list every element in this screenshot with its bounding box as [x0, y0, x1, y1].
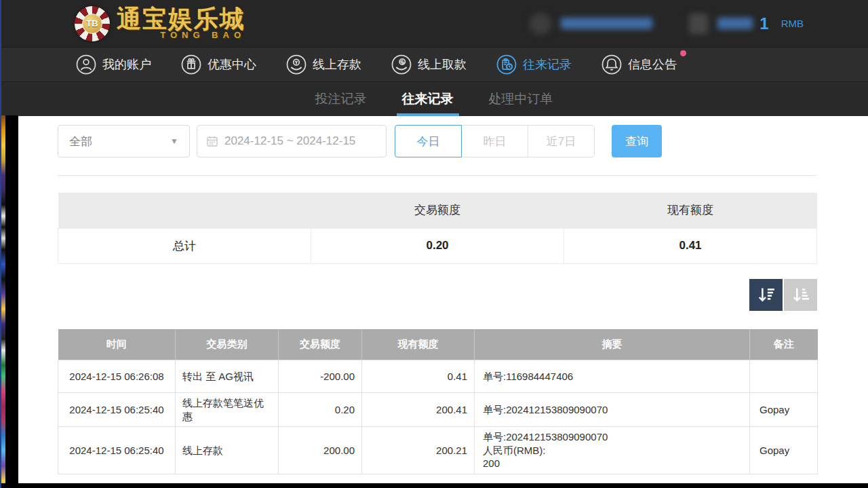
nav-item-online-deposit[interactable]: 线上存款 — [286, 54, 361, 75]
summary-total-balance: 0.41 — [564, 228, 817, 263]
sort-controls — [58, 279, 817, 311]
left-edge-line — [0, 0, 1, 488]
table-row: 2024-12-15 06:26:08 转出 至 AG视讯 -200.00 0.… — [58, 360, 818, 393]
col-header-time: 时间 — [58, 329, 176, 360]
nav-item-promotions[interactable]: 优惠中心 — [181, 54, 256, 75]
date-range-input[interactable]: 2024-12-15 ~ 2024-12-15 — [197, 125, 387, 157]
summary-header-trade: 交易额度 — [311, 193, 564, 228]
cell-remark — [750, 360, 818, 393]
search-button[interactable]: 查询 — [612, 125, 662, 157]
type-select[interactable]: 全部 ▼ — [58, 125, 190, 157]
cell-balance: 200.21 — [362, 427, 475, 474]
transactions-table: 时间 交易类别 交易额度 现有额度 摘要 备注 2024-12-15 06:26… — [58, 329, 818, 474]
col-header-balance: 现有额度 — [362, 329, 475, 360]
nav-item-announcements[interactable]: 信息公告 — [601, 54, 677, 75]
last-7-days-button[interactable]: 近7日 — [528, 125, 595, 157]
balance-visible-digit: 1 — [760, 16, 768, 32]
gift-icon — [181, 54, 201, 75]
date-range-value: 2024-12-15 ~ 2024-12-15 — [224, 134, 355, 148]
tab-label: 处理中订单 — [489, 90, 553, 108]
left-black-strip — [5, 115, 18, 488]
col-header-amount: 交易额度 — [279, 329, 362, 360]
cell-time: 2024-12-15 06:25:40 — [58, 427, 176, 474]
tab-processing-orders[interactable]: 处理中订单 — [485, 82, 557, 116]
nav-label: 往来记录 — [523, 56, 572, 73]
cell-summary: 单号:202412153809090070 人民币(RMB): 200 — [475, 427, 750, 474]
summary-total-row: 总计 0.20 0.41 — [58, 228, 817, 263]
chip-monogram: TB — [86, 18, 98, 29]
brand-subtitle: TONG BAO — [117, 30, 245, 40]
sort-descending-button[interactable] — [749, 279, 783, 311]
tab-label: 往来记录 — [402, 90, 454, 108]
nav-item-transaction-records[interactable]: 往来记录 — [496, 54, 572, 75]
cell-remark: Gopay — [750, 427, 818, 474]
summary-total-trade: 0.20 — [311, 228, 564, 263]
cell-balance: 0.41 — [362, 360, 475, 393]
balance-currency: RMB — [781, 18, 804, 29]
quick-date-button-group: 今日 昨日 近7日 — [395, 125, 595, 157]
cell-remark: Gopay — [750, 393, 818, 427]
summary-header-balance: 现有额度 — [564, 193, 817, 228]
main-navigation-bar: 我的账户 优惠中心 线上存款 线上取款 — [0, 47, 868, 81]
col-header-summary: 摘要 — [475, 329, 750, 360]
cell-amount: 200.00 — [279, 427, 362, 474]
nav-label: 线上取款 — [418, 56, 467, 73]
content-panel: 全部 ▼ 2024-12-15 ~ 2024-12-15 今日 昨日 近7日 查… — [18, 116, 868, 484]
cell-type: 转出 至 AG视讯 — [176, 360, 279, 393]
section-divider — [58, 175, 817, 176]
wallet-icon — [689, 14, 708, 34]
cell-balance: 200.41 — [362, 393, 475, 427]
user-info-area: 1 RMB — [530, 13, 804, 35]
background-peek-strip — [1, 115, 5, 488]
brand-logo[interactable]: TB 通宝娱乐城 TONG BAO — [75, 6, 245, 41]
summary-table: 交易额度 现有额度 总计 0.20 0.41 — [58, 193, 817, 264]
cell-time: 2024-12-15 06:25:40 — [58, 393, 176, 427]
summary-header-row: 交易额度 现有额度 — [58, 193, 817, 228]
sort-ascending-button[interactable] — [784, 279, 817, 311]
bottom-black-bar — [0, 483, 868, 488]
nav-label: 优惠中心 — [208, 56, 256, 73]
table-row: 2024-12-15 06:25:40 线上存款 200.00 200.21 单… — [58, 427, 818, 474]
notification-dot — [680, 50, 686, 56]
casino-chip-icon: TB — [75, 6, 110, 41]
cell-summary: 单号:202412153809090070 — [475, 393, 750, 427]
type-select-value: 全部 — [69, 134, 92, 149]
bell-icon — [601, 54, 622, 75]
table-row: 2024-12-15 06:25:40 线上存款笔笔送优惠 0.20 200.4… — [58, 393, 818, 427]
sort-desc-icon — [756, 284, 776, 305]
summary-header-empty — [58, 193, 311, 228]
col-header-type: 交易类别 — [176, 329, 279, 360]
today-button[interactable]: 今日 — [395, 125, 462, 157]
withdraw-icon — [391, 54, 412, 75]
cell-amount: -200.00 — [279, 360, 362, 393]
filter-row: 全部 ▼ 2024-12-15 ~ 2024-12-15 今日 昨日 近7日 查… — [58, 125, 817, 157]
records-icon — [496, 54, 517, 75]
sort-asc-icon — [791, 284, 811, 305]
username-redacted — [561, 18, 652, 29]
user-icon — [76, 54, 96, 75]
cell-type: 线上存款 — [176, 427, 279, 474]
yesterday-button[interactable]: 昨日 — [461, 125, 528, 157]
deposit-icon — [286, 54, 307, 75]
nav-item-my-account[interactable]: 我的账户 — [76, 54, 151, 75]
avatar — [530, 13, 551, 35]
tab-transaction-records[interactable]: 往来记录 — [398, 82, 458, 116]
cell-time: 2024-12-15 06:26:08 — [58, 360, 176, 393]
nav-label: 我的账户 — [102, 56, 151, 73]
brand-title: 通宝娱乐城 — [117, 7, 245, 31]
cell-summary: 单号:116984447406 — [475, 360, 750, 393]
nav-label: 信息公告 — [628, 56, 677, 73]
summary-total-label: 总计 — [58, 228, 311, 263]
tab-betting-records[interactable]: 投注记录 — [311, 82, 371, 116]
table-header-row: 时间 交易类别 交易额度 现有额度 摘要 备注 — [58, 329, 818, 360]
tab-label: 投注记录 — [315, 90, 367, 108]
balance-redacted — [717, 18, 753, 29]
record-tabs-bar: 投注记录 往来记录 处理中订单 — [0, 81, 868, 116]
cell-amount: 0.20 — [279, 393, 362, 427]
nav-item-online-withdrawal[interactable]: 线上取款 — [391, 54, 467, 75]
nav-label: 线上存款 — [313, 56, 361, 73]
calendar-icon — [206, 135, 218, 147]
col-header-remark: 备注 — [750, 329, 818, 360]
cell-type: 线上存款笔笔送优惠 — [176, 393, 279, 427]
caret-down-icon: ▼ — [170, 136, 178, 146]
